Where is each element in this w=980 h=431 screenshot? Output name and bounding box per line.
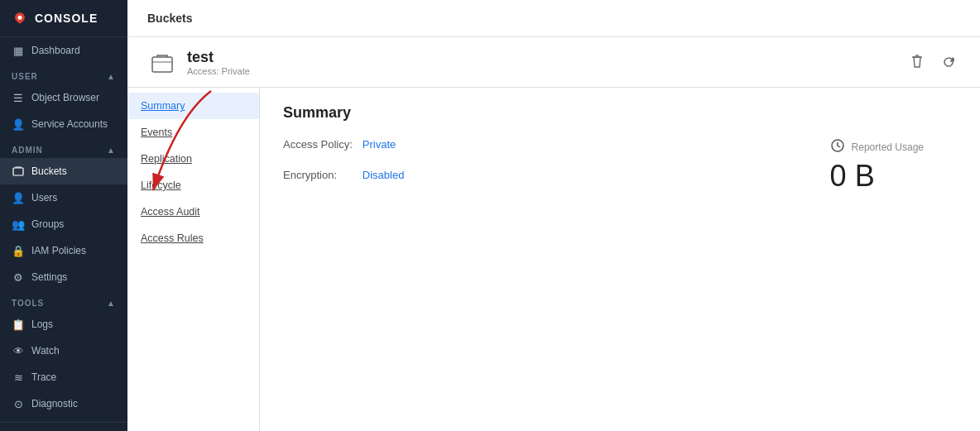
subnav-replication[interactable]: Replication xyxy=(127,146,259,172)
sidebar-item-diagnostic[interactable]: ⊙ Diagnostic xyxy=(0,390,127,417)
sidebar-item-users[interactable]: 👤 Users xyxy=(0,184,127,211)
dashboard-icon: ▦ xyxy=(12,44,25,57)
section-admin: ADMIN ▲ xyxy=(0,137,127,158)
usage-value: 0 B xyxy=(830,159,875,194)
watch-icon: 👁 xyxy=(12,344,25,357)
sidebar-item-label: Object Browser xyxy=(31,92,99,103)
page-header: Buckets xyxy=(127,0,980,37)
delete-button[interactable] xyxy=(906,50,929,74)
diagnostic-icon: ⊙ xyxy=(12,397,25,410)
sidebar-item-settings[interactable]: ⚙ Settings xyxy=(0,264,127,290)
object-browser-icon: ☰ xyxy=(12,91,25,104)
svg-rect-1 xyxy=(13,168,23,175)
sidebar-item-label: Logs xyxy=(31,318,53,330)
subnav-access-audit[interactable]: Access Audit xyxy=(127,199,259,225)
clock-icon xyxy=(830,138,845,156)
sidebar-item-buckets[interactable]: Buckets xyxy=(0,158,127,184)
sidebar-item-license[interactable]: ≡ License xyxy=(0,428,127,431)
service-accounts-icon: 👤 xyxy=(12,117,25,131)
divider xyxy=(0,422,127,423)
sidebar-item-groups[interactable]: 👥 Groups xyxy=(0,211,127,237)
logo-area: CONSOLE xyxy=(0,0,127,37)
bucket-header: test Access: Private xyxy=(127,37,980,88)
sidebar-item-label: Users xyxy=(31,192,57,204)
sidebar-item-label: Buckets xyxy=(31,165,67,177)
sidebar-item-dashboard[interactable]: ▦ Dashboard xyxy=(0,37,127,64)
sidebar-item-label: IAM Policies xyxy=(31,245,86,256)
settings-icon: ⚙ xyxy=(12,271,25,284)
trace-icon: ≋ xyxy=(12,371,25,384)
bucket-actions xyxy=(906,50,960,74)
panel-title: Summary xyxy=(283,104,957,122)
sidebar-item-iam-policies[interactable]: 🔒 IAM Policies xyxy=(0,237,127,264)
sidebar-item-service-accounts[interactable]: 👤 Service Accounts xyxy=(0,111,127,137)
sidebar-item-logs[interactable]: 📋 Logs xyxy=(0,311,127,338)
svg-rect-2 xyxy=(152,57,172,72)
sidebar-item-label: Groups xyxy=(31,218,64,230)
reported-usage-area: Reported Usage 0 B xyxy=(830,138,957,194)
subnav-events[interactable]: Events xyxy=(127,119,259,146)
access-policy-link[interactable]: Private xyxy=(363,138,396,151)
bucket-title-area: test Access: Private xyxy=(187,49,906,76)
summary-grid: Access Policy: Private Encryption: Disab… xyxy=(283,138,957,194)
section-user: USER ▲ xyxy=(0,64,127,84)
sidebar-item-label: Trace xyxy=(31,371,56,383)
groups-icon: 👥 xyxy=(12,218,25,231)
encryption-value: Disabled xyxy=(363,169,405,181)
sidebar: CONSOLE ▦ Dashboard USER ▲ ☰ Object Brow… xyxy=(0,0,127,431)
console-title: CONSOLE xyxy=(35,12,98,25)
sidebar-item-label: Settings xyxy=(31,271,67,283)
sub-navigation: Summary Events Replication Lifecycle Acc… xyxy=(127,88,260,431)
subnav-lifecycle[interactable]: Lifecycle xyxy=(127,172,259,199)
sidebar-item-label: Dashboard xyxy=(31,45,80,56)
svg-point-0 xyxy=(18,16,22,20)
summary-fields: Access Policy: Private Encryption: Disab… xyxy=(283,138,404,194)
page-title: Buckets xyxy=(147,12,192,25)
access-policy-label: Access Policy: xyxy=(283,138,353,151)
bucket-name: test xyxy=(187,49,906,66)
reported-usage-label: Reported Usage xyxy=(852,141,924,153)
sidebar-item-label: Watch xyxy=(31,345,60,357)
sidebar-item-object-browser[interactable]: ☰ Object Browser xyxy=(0,84,127,111)
sidebar-item-label: Diagnostic xyxy=(31,398,78,409)
iam-icon: 🔒 xyxy=(12,244,25,257)
section-tools: TOOLS ▲ xyxy=(0,290,127,311)
sidebar-item-watch[interactable]: 👁 Watch xyxy=(0,338,127,364)
sidebar-item-trace[interactable]: ≋ Trace xyxy=(0,364,127,390)
access-policy-value: Private xyxy=(363,138,405,151)
encryption-label: Encryption: xyxy=(283,169,353,181)
subnav-summary[interactable]: Summary xyxy=(127,93,259,119)
users-icon: 👤 xyxy=(12,191,25,204)
main-panel: Summary Access Policy: Private Encryptio… xyxy=(260,88,980,431)
encryption-link[interactable]: Disabled xyxy=(363,169,405,181)
main-content: Buckets test Access: Private xyxy=(127,0,980,431)
logs-icon: 📋 xyxy=(12,318,25,331)
content-area: Summary Events Replication Lifecycle Acc… xyxy=(127,88,980,431)
bucket-icon xyxy=(147,47,177,77)
subnav-access-rules[interactable]: Access Rules xyxy=(127,225,259,251)
refresh-button[interactable] xyxy=(937,50,960,74)
reported-usage-header: Reported Usage xyxy=(830,138,924,156)
sidebar-item-label: Service Accounts xyxy=(31,118,108,130)
minio-logo-icon xyxy=(12,10,28,26)
bucket-access: Access: Private xyxy=(187,66,906,76)
buckets-icon xyxy=(12,165,25,178)
